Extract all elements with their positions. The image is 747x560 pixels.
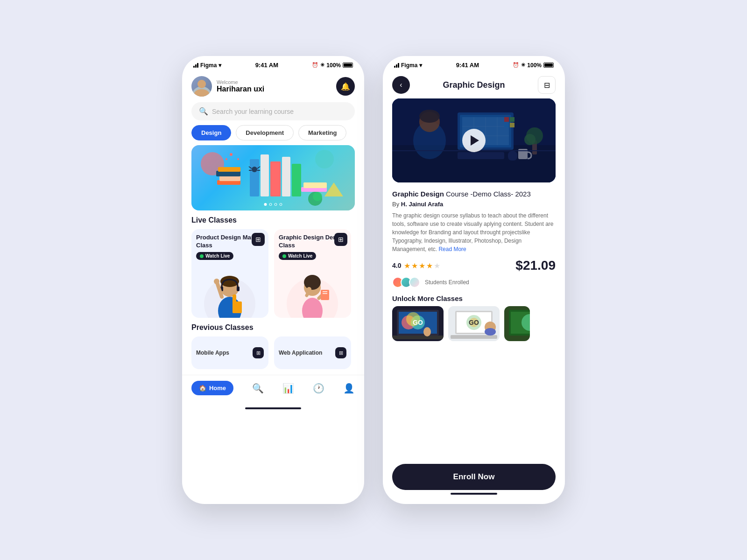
live-dot-1 (200, 254, 204, 258)
svg-rect-36 (233, 301, 242, 313)
welcome-label: Welcome (217, 79, 336, 85)
avatar-svg (191, 76, 212, 97)
promo-banner (191, 145, 355, 210)
svg-text:GO: GO (469, 319, 479, 326)
status-time-1: 9:41 AM (255, 62, 278, 69)
watch-live-badge-1: Watch Live (196, 252, 233, 260)
tab-design[interactable]: Design (191, 125, 231, 140)
banner-dots (264, 203, 282, 206)
signal-bar-2-3 (398, 63, 399, 68)
play-button[interactable] (462, 129, 486, 152)
course-title: Graphic Design Course -Demo Class- 2023 (392, 189, 556, 199)
back-icon: ‹ (400, 81, 402, 89)
home-indicator-2 (451, 493, 497, 495)
previous-classes-title: Previous Classes (182, 323, 364, 336)
rating-number: 4.0 (392, 262, 401, 269)
carrier-text-2: Figma (401, 62, 417, 69)
status-bar-1: Figma ▾ 9:41 AM ⏰ ✳ 100% (182, 56, 364, 71)
save-course-button[interactable]: ⊟ (538, 76, 556, 94)
bluetooth-icon-2: ✳ (521, 62, 525, 68)
play-triangle (471, 135, 479, 146)
svg-rect-16 (303, 182, 327, 188)
rating-section: 4.0 ★ ★ ★ ★ ★ (392, 261, 440, 270)
category-tabs: Design Development Marketing (182, 125, 364, 145)
home-label: Home (209, 385, 226, 392)
search-nav-icon: 🔍 (252, 383, 264, 394)
previous-classes-list: Mobile Apps ⊞ Web Application ⊞ (182, 336, 364, 375)
enrolled-avatars (392, 277, 420, 288)
dot-3 (275, 203, 277, 206)
svg-point-35 (214, 279, 219, 284)
signal-bar-2-1 (394, 66, 395, 68)
svg-rect-10 (250, 159, 259, 196)
prev-class-2[interactable]: Web Application ⊞ (274, 336, 351, 369)
course-description: The graphic design course syllabus to te… (392, 211, 556, 253)
tab-development[interactable]: Development (236, 125, 294, 140)
bookmark-button-2[interactable]: ⊞ (334, 233, 347, 246)
course-thumbnail (392, 98, 556, 182)
nav-search[interactable]: 🔍 (252, 383, 264, 394)
status-left-1: Figma ▾ (193, 62, 221, 69)
prev-bookmark-icon-2: ⊞ (339, 350, 343, 356)
prev-card-1-title: Mobile Apps (196, 350, 253, 356)
enrolled-text: Students Enrolled (425, 279, 469, 286)
live-class-card-1[interactable]: Product Design Master Class Watch Live ⊞ (191, 229, 268, 318)
author-name: H. Jainul Arafa (401, 201, 444, 208)
status-right-2: ⏰ ✳ 100% (513, 62, 554, 69)
header-text: Welcome Hariharan uxi (217, 79, 336, 93)
live-dot-2 (282, 254, 286, 258)
svg-rect-78 (392, 336, 444, 339)
battery-percent: 100% (326, 62, 341, 69)
rating-price-row: 4.0 ★ ★ ★ ★ ★ $21.09 (392, 258, 556, 273)
nav-chart[interactable]: 📊 (282, 383, 294, 394)
dot-1 (264, 203, 267, 206)
notification-button[interactable]: 🔔 (336, 77, 355, 96)
search-bar[interactable]: 🔍 Search your learning course (191, 102, 355, 120)
unlock-card-2[interactable]: GO (448, 306, 500, 341)
avatar-image (191, 76, 212, 97)
person-icon: 👤 (343, 383, 355, 394)
phone-1: Figma ▾ 9:41 AM ⏰ ✳ 100% Welcome (182, 56, 364, 504)
svg-rect-86 (451, 335, 497, 339)
star-3: ★ (419, 261, 425, 270)
course-info: Graphic Design Course -Demo Class- 2023 … (383, 189, 565, 459)
unlock-classes-list: GO GO (392, 306, 556, 341)
unlock-card-3[interactable] (504, 306, 530, 341)
star-1: ★ (404, 261, 410, 270)
nav-profile[interactable]: 👤 (343, 383, 355, 394)
enroll-button[interactable]: Enroll Now (392, 464, 556, 490)
nav-home[interactable]: 🏠 Home (191, 381, 233, 395)
home-indicator (245, 407, 301, 409)
bookmark-save-icon: ⊟ (544, 81, 550, 90)
unlock-card-3-img (504, 306, 530, 341)
svg-rect-9 (218, 167, 240, 172)
svg-text:GO: GO (413, 319, 423, 326)
live-classes-title: Live Classes (182, 216, 364, 229)
svg-point-18 (237, 158, 239, 160)
svg-rect-14 (292, 164, 301, 196)
clock-icon: 🕐 (313, 383, 324, 394)
back-button[interactable]: ‹ (392, 76, 410, 94)
svg-rect-12 (270, 161, 281, 196)
svg-point-1 (197, 80, 206, 88)
read-more-link[interactable]: Read More (438, 246, 466, 252)
prev-class-1[interactable]: Mobile Apps ⊞ (191, 336, 268, 369)
svg-point-21 (313, 192, 322, 201)
prev-bookmark-1[interactable]: ⊞ (253, 347, 264, 358)
banner-illustration (194, 145, 352, 210)
live-class-card-2[interactable]: Graphic Design Demo Class Watch Live ⊞ (274, 229, 351, 318)
unlock-card-2-img: GO (448, 306, 500, 341)
person-illustration-1 (191, 266, 268, 318)
nav-history[interactable]: 🕐 (313, 383, 324, 394)
star-2: ★ (411, 261, 418, 270)
signal-bar-2 (195, 64, 197, 68)
prev-bookmark-2[interactable]: ⊞ (335, 347, 346, 358)
tab-marketing[interactable]: Marketing (298, 125, 346, 140)
bookmark-button-1[interactable]: ⊞ (252, 233, 265, 246)
signal-bars (193, 63, 198, 68)
bookmark-icon-1: ⊞ (255, 236, 261, 243)
battery-percent-2: 100% (527, 62, 542, 69)
banner-visual (191, 145, 355, 210)
chart-icon: 📊 (282, 383, 294, 394)
unlock-card-1[interactable]: GO (392, 306, 444, 341)
